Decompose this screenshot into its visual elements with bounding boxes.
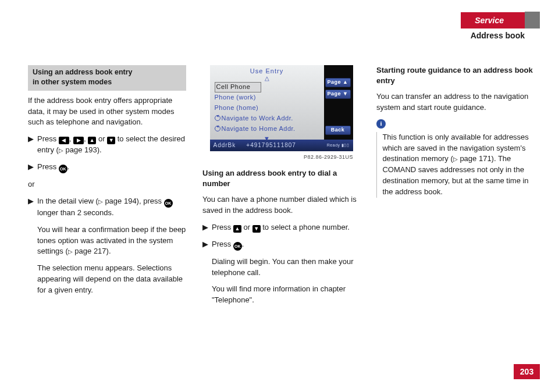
ref-icon: ▷ xyxy=(98,198,103,206)
t: . xyxy=(242,240,244,248)
col2-note2: You will find more information in chapte… xyxy=(202,284,360,306)
col1-heading-l2: in other system modes xyxy=(33,78,112,86)
nav-icon xyxy=(215,115,220,121)
t: Press xyxy=(37,134,59,143)
section-title: Address book xyxy=(471,31,525,40)
content-columns: Using an address book entry in other sys… xyxy=(28,65,534,312)
screen-item-selected: Cell Phone xyxy=(215,82,261,92)
t: , xyxy=(84,134,88,143)
col1-heading-l1: Using an address book entry xyxy=(33,68,133,76)
t: In the detail view ( xyxy=(37,197,98,205)
t: Press xyxy=(37,162,59,171)
t: Press xyxy=(212,223,233,231)
info-icon: i xyxy=(376,119,386,129)
t: You will hear a confirmation beep if the… xyxy=(37,225,186,256)
screen-main: Use Entry △ Cell Phone Phone (work) Phon… xyxy=(210,65,324,140)
down-key-icon: ▼ xyxy=(252,225,261,233)
page-number: 203 xyxy=(514,364,540,379)
figure-caption: P82.86-2929-31US xyxy=(202,154,360,161)
t: page 194), press xyxy=(103,197,164,205)
col3-heading: Starting route guidance to an address bo… xyxy=(376,65,534,85)
col1-heading: Using an address book entry in other sys… xyxy=(28,65,186,91)
column-1: Using an address book entry in other sys… xyxy=(28,65,186,312)
col1-step3: ▶ In the detail view (▷ page 194), press… xyxy=(28,196,186,219)
col2-step1: ▶ Press ▲ or ▼ to select a phone number. xyxy=(202,222,360,233)
t: Ready xyxy=(327,143,340,147)
t: to select a phone number. xyxy=(261,223,350,231)
column-3: Starting route guidance to an address bo… xyxy=(376,65,534,312)
footer-number: +491795111807 xyxy=(246,141,296,150)
screen: Use Entry △ Cell Phone Phone (work) Phon… xyxy=(210,65,353,151)
step-bullet-icon: ▶ xyxy=(202,222,212,233)
footer-mode: AddrBk xyxy=(214,141,236,150)
t: page 193). xyxy=(63,145,102,154)
ok-key-icon: OK xyxy=(59,165,67,173)
ref-icon: ▷ xyxy=(453,155,458,164)
header-tab: Service xyxy=(461,12,540,28)
t: , xyxy=(69,134,73,143)
softkey-pageup: Page ▲ xyxy=(325,78,351,87)
t: Press xyxy=(212,240,233,248)
thumb-tab xyxy=(525,12,540,28)
col1-step1-text: Press ◀, ▶, ▲ or ▼ to select the desired… xyxy=(37,134,186,156)
screen-item: Navigate to Home Addr. xyxy=(215,124,319,134)
ok-key-icon: OK xyxy=(164,199,173,208)
col2-step2: ▶ Press OK. xyxy=(202,239,360,251)
col1-note2: The selection menu appears. Selections a… xyxy=(28,263,186,296)
info-text: This function is only available for addr… xyxy=(382,132,534,198)
up-key-icon: ▲ xyxy=(233,225,241,233)
t: longer than 2 seconds. xyxy=(37,208,114,217)
scroll-up-icon: △ xyxy=(210,76,324,81)
screen-item: Phone (work) xyxy=(215,92,319,103)
screen-footer: AddrBk +491795111807 Ready ▮▯▯ xyxy=(210,140,353,151)
col1-intro: If the address book entry offers appropr… xyxy=(28,95,186,129)
right-key-icon: ▶ xyxy=(73,137,84,144)
t: or xyxy=(241,223,252,231)
info-body: This function is only available for addr… xyxy=(376,132,534,198)
col1-step2-text: Press OK. xyxy=(37,162,186,173)
down-key-icon: ▼ xyxy=(107,137,115,144)
softkey-back: Back xyxy=(325,126,351,135)
col2-heading: Using an address book entry to dial a nu… xyxy=(202,168,360,188)
col1-step3-text: In the detail view (▷ page 194), press O… xyxy=(37,196,186,219)
col2-step2-text: Press OK. xyxy=(212,239,360,251)
ok-key-icon: OK xyxy=(233,242,242,251)
info-note: i This function is only available for ad… xyxy=(376,119,534,198)
col1-note1: You will hear a confirmation beep if the… xyxy=(28,224,186,258)
col1-step1: ▶ Press ◀, ▶, ▲ or ▼ to select the desir… xyxy=(28,134,186,156)
step-bullet-icon: ▶ xyxy=(28,134,37,156)
ref-icon: ▷ xyxy=(59,147,63,155)
ref-icon: ▷ xyxy=(68,248,73,256)
t: or xyxy=(96,134,107,143)
screen-item: Navigate to Work Addr. xyxy=(215,113,319,124)
column-2: Use Entry △ Cell Phone Phone (work) Phon… xyxy=(202,65,360,312)
left-key-icon: ◀ xyxy=(59,137,69,144)
col1-or: or xyxy=(28,179,186,190)
t: . xyxy=(67,162,70,171)
col3-intro: You can transfer an address to the navig… xyxy=(376,91,534,113)
col1-step2: ▶ Press OK. xyxy=(28,162,186,173)
t: Navigate to Work Addr. xyxy=(222,115,293,122)
step-bullet-icon: ▶ xyxy=(202,239,212,251)
screen-item: Phone (home) xyxy=(215,103,319,113)
comand-screenshot: Use Entry △ Cell Phone Phone (work) Phon… xyxy=(210,65,353,151)
t: Navigate to Home Addr. xyxy=(222,125,296,132)
col2-step1-text: Press ▲ or ▼ to select a phone number. xyxy=(212,222,360,233)
t: page 217). xyxy=(73,247,111,255)
footer-ready: Ready ▮▯▯ xyxy=(327,142,350,148)
step-bullet-icon: ▶ xyxy=(28,162,37,173)
nav-icon xyxy=(215,126,220,131)
service-label: Service xyxy=(461,12,525,28)
col2-intro: You can have a phone number dialed which… xyxy=(202,194,360,216)
up-key-icon: ▲ xyxy=(88,137,96,144)
step-bullet-icon: ▶ xyxy=(28,196,37,219)
softkey-pagedown: Page ▼ xyxy=(325,90,351,99)
col2-note1: Dialing will begin. You can then make yo… xyxy=(202,256,360,279)
screen-items: Cell Phone Phone (work) Phone (home) Nav… xyxy=(210,81,324,134)
